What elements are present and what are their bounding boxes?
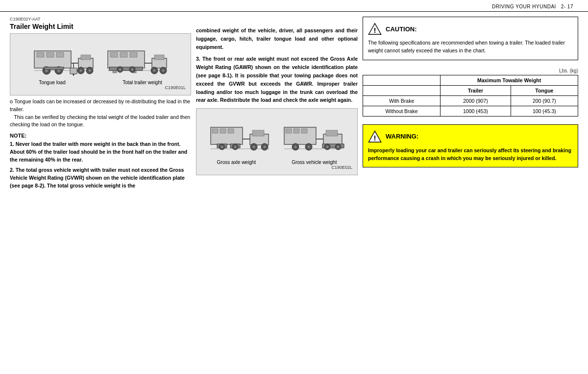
svg-rect-42 <box>228 129 234 133</box>
table-header-empty <box>363 75 441 85</box>
svg-rect-33 <box>154 55 164 60</box>
table-header-max-weight: Maximum Towable Weight <box>441 75 578 85</box>
no-brake-label: Without Brake <box>363 106 441 116</box>
gross-vehicle-image <box>282 114 345 158</box>
warning-box: ! WARNING: Improperly loading your car a… <box>363 124 578 168</box>
svg-point-16 <box>89 70 91 72</box>
total-trailer-image <box>105 39 169 78</box>
table-subheader-trailer: Trailer <box>441 85 511 95</box>
image-row-2 <box>208 114 345 158</box>
table-row-brake: With Brake 2000 (907) 200 (90.7) <box>363 95 578 106</box>
no-brake-tongue: 100 (45.3) <box>511 106 578 116</box>
caption-tongue: Tongue load <box>39 80 66 85</box>
image-row-1 <box>32 39 169 78</box>
svg-rect-23 <box>130 52 137 57</box>
warning-text: Improperly loading your car and trailer … <box>368 146 573 163</box>
svg-point-48 <box>234 146 237 148</box>
caution-header: ! CAUTION: <box>368 22 573 36</box>
page-header: DRIVING YOUR HYUNDAI 2- 17 <box>0 0 588 12</box>
svg-point-46 <box>221 146 223 148</box>
tongue-load-image <box>32 39 96 78</box>
page-number: 2- 17 <box>561 4 573 9</box>
svg-point-72 <box>337 146 340 148</box>
caution-title: CAUTION: <box>386 25 417 33</box>
warning-header: ! WARNING: <box>368 130 573 143</box>
no-brake-trailer: 1000 (453) <box>441 106 511 116</box>
middle-column: combined weight of the vehicle, driver, … <box>196 17 358 366</box>
svg-rect-41 <box>220 129 226 133</box>
note-1: 1. Never load the trailer with more weig… <box>10 140 191 164</box>
svg-rect-58 <box>286 129 292 133</box>
gross-axle-image <box>208 114 272 158</box>
svg-point-64 <box>308 146 310 148</box>
svg-text:!: ! <box>373 133 376 141</box>
svg-point-62 <box>294 146 297 148</box>
right-column: ! CAUTION: The following specifications … <box>363 17 578 366</box>
svg-rect-3 <box>47 52 54 57</box>
svg-point-55 <box>264 146 266 148</box>
svg-point-37 <box>162 70 165 72</box>
table-subheader-empty <box>363 85 441 95</box>
section-title: Trailer Weight Limit <box>10 23 191 30</box>
brake-label: With Brake <box>363 95 441 106</box>
svg-rect-67 <box>326 130 338 136</box>
caution-icon: ! <box>368 22 382 36</box>
brake-tongue: 200 (90.7) <box>511 95 578 106</box>
mid-para-combined: combined weight of the vehicle, driver, … <box>196 26 358 51</box>
svg-rect-10 <box>44 67 64 70</box>
header-text: DRIVING YOUR HYUNDAI <box>492 4 556 9</box>
caption-total: Total trailer weight <box>122 80 162 85</box>
caption-axle: Gross axle weight <box>217 160 256 165</box>
svg-point-35 <box>153 70 156 72</box>
svg-rect-22 <box>120 52 127 57</box>
svg-rect-40 <box>212 129 218 133</box>
svg-rect-21 <box>110 52 118 57</box>
svg-rect-59 <box>294 129 299 133</box>
section-code: C190E02Y-AAT <box>10 17 191 22</box>
caution-box: ! CAUTION: The following specifications … <box>363 17 578 60</box>
image1-code: C190E01L <box>15 85 186 90</box>
svg-text:!: ! <box>373 26 376 34</box>
warning-icon: ! <box>368 130 382 143</box>
left-column: C190E02Y-AAT Trailer Weight Limit <box>10 17 191 366</box>
svg-rect-51 <box>252 130 264 136</box>
note-title: NOTE: <box>10 133 191 139</box>
svg-point-30 <box>131 69 134 71</box>
image-box-2: Gross axle weight Gross vehicle weight C… <box>196 108 358 175</box>
image2-captions: Gross axle weight Gross vehicle weight <box>201 160 352 165</box>
svg-rect-4 <box>56 52 64 57</box>
svg-point-70 <box>326 146 329 148</box>
svg-rect-18 <box>70 68 77 74</box>
bullet-text: o Tongue loads can be increased or decre… <box>10 97 191 129</box>
svg-rect-25 <box>113 70 117 73</box>
image1-captions: Tongue load Total trailer weight <box>15 80 186 85</box>
svg-point-53 <box>253 146 255 148</box>
table-subheader-tongue: Tongue <box>511 85 578 95</box>
warning-title: WARNING: <box>386 133 418 140</box>
table-row-no-brake: Without Brake 1000 (453) 100 (45.3) <box>363 106 578 116</box>
weight-table: Maximum Towable Weight Trailer Tongue Wi… <box>363 75 578 117</box>
mid-para-3: 3. The front or rear axle weight must no… <box>196 55 358 104</box>
svg-rect-2 <box>37 52 44 57</box>
image-box-1: Tongue load Total trailer weight C190E01… <box>10 33 191 95</box>
caution-text: The following specifications are recomme… <box>368 39 573 55</box>
lbs-label: Lbs. (kg) <box>363 68 578 73</box>
svg-rect-60 <box>301 129 307 133</box>
brake-trailer: 2000 (907) <box>441 95 511 106</box>
svg-point-14 <box>80 70 82 72</box>
caption-vehicle: Gross vehicle weight <box>292 160 337 165</box>
image2-code: C190E02L <box>201 165 352 170</box>
note-2: 2. The total gross vehicle weight with t… <box>10 166 191 189</box>
svg-point-28 <box>119 69 122 71</box>
svg-rect-12 <box>81 55 91 60</box>
svg-rect-24 <box>109 67 143 70</box>
